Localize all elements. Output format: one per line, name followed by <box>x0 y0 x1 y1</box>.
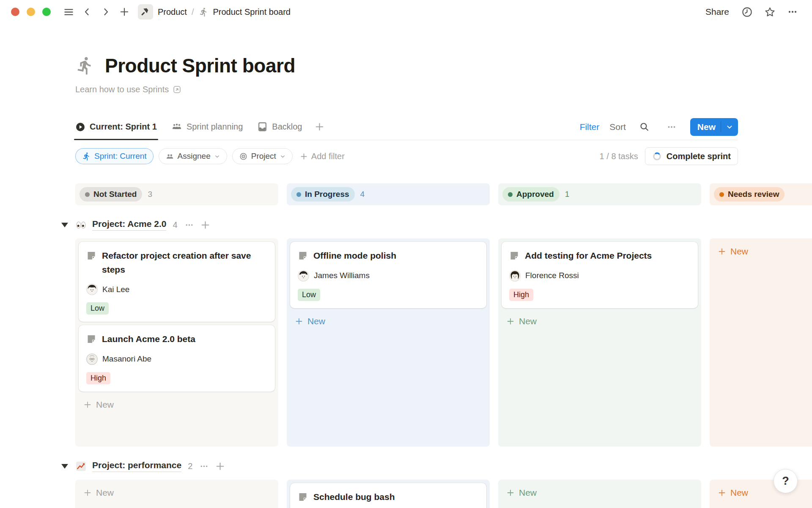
breadcrumb-current[interactable]: Product Sprint board <box>213 7 291 17</box>
breadcrumb-separator: / <box>192 7 194 17</box>
hammer-icon[interactable] <box>138 4 153 19</box>
task-card[interactable]: Refactor project creation after save ste… <box>79 242 275 322</box>
external-link-icon <box>173 85 181 94</box>
topbar: Product / Product Sprint board Share <box>0 0 812 24</box>
clock-icon <box>741 6 753 18</box>
group-title[interactable]: Project: performance <box>92 460 181 472</box>
new-card-button[interactable]: New <box>502 312 698 331</box>
more-options-button[interactable] <box>784 3 801 20</box>
plus-icon <box>506 488 515 497</box>
page-icon-runner[interactable] <box>75 56 95 75</box>
app-window: Product / Product Sprint board Share Pro… <box>0 0 812 508</box>
page-icon <box>298 492 308 504</box>
learn-sprints-link[interactable]: Learn how to use Sprints <box>75 85 181 94</box>
plus-icon <box>299 152 308 161</box>
people-icon <box>171 121 182 133</box>
new-task-button[interactable]: New <box>690 118 738 136</box>
new-card-button[interactable]: New <box>713 483 812 502</box>
new-card-button[interactable]: New <box>502 483 698 502</box>
assignee-icon <box>165 152 174 161</box>
group-add-button[interactable] <box>215 461 225 472</box>
collapse-triangle-icon[interactable] <box>61 223 68 227</box>
sprint-filter-label: Sprint: Current <box>94 152 147 161</box>
task-card[interactable]: Schedule bug bash <box>290 483 486 508</box>
new-card-label: New <box>519 316 537 326</box>
plus-icon <box>506 317 515 326</box>
group-title[interactable]: Project: Acme 2.0 <box>92 219 166 231</box>
task-card[interactable]: Launch Acme 2.0 beta Masanori Abe High <box>79 325 275 392</box>
view-more-button[interactable] <box>663 119 680 135</box>
search-icon <box>639 121 650 132</box>
share-button[interactable]: Share <box>702 5 732 19</box>
card-title: Refactor project creation after save ste… <box>102 249 267 276</box>
window-controls <box>11 8 51 16</box>
filter-button[interactable]: Filter <box>580 122 600 132</box>
group-add-button[interactable] <box>200 220 211 230</box>
tab-backlog[interactable]: Backlog <box>257 114 302 140</box>
nav-forward-button[interactable] <box>97 3 114 20</box>
favorite-button[interactable] <box>761 3 778 20</box>
view-controls: Filter Sort New <box>580 118 738 136</box>
group-more-button[interactable] <box>184 220 194 230</box>
add-filter-button[interactable]: Add filter <box>299 152 345 161</box>
card-title: Launch Acme 2.0 beta <box>102 332 195 346</box>
new-card-button[interactable]: New <box>713 242 812 261</box>
window-minimize-button[interactable] <box>27 8 35 16</box>
page-icon <box>86 251 96 276</box>
complete-sprint-button[interactable]: Complete sprint <box>645 147 738 165</box>
updates-button[interactable] <box>738 3 755 20</box>
task-card[interactable]: Offline mode polish James Williams Low <box>290 242 486 308</box>
card-title: Schedule bug bash <box>313 490 395 504</box>
status-pill-in-progress[interactable]: In Progress <box>291 187 355 202</box>
new-card-button[interactable]: New <box>79 395 275 414</box>
collapse-triangle-icon[interactable] <box>61 464 68 469</box>
chevron-down-icon <box>214 153 220 160</box>
column-header-in-progress: In Progress 4 <box>287 183 490 205</box>
avatar <box>86 284 98 295</box>
sidebar-toggle-button[interactable] <box>60 3 77 20</box>
more-icon <box>667 122 677 132</box>
tab-current-sprint[interactable]: Current: Sprint 1 <box>75 114 157 140</box>
new-card-button[interactable]: New <box>290 312 486 331</box>
assignee-name: Masanori Abe <box>102 354 151 364</box>
group-more-button[interactable] <box>199 461 209 471</box>
task-card[interactable]: Add testing for Acme Projects Florence R… <box>502 242 698 308</box>
assignee-filter-pill[interactable]: Assignee <box>159 148 227 164</box>
status-pill-approved[interactable]: Approved <box>502 187 560 202</box>
chevron-down-icon[interactable] <box>721 123 738 131</box>
search-button[interactable] <box>636 119 653 135</box>
nav-back-button[interactable] <box>79 3 96 20</box>
group-header-performance: Project: performance 2 <box>61 456 812 476</box>
status-dot <box>719 192 724 197</box>
status-pill-needs-review[interactable]: Needs review <box>714 187 785 202</box>
new-page-button[interactable] <box>116 3 133 20</box>
assignee-filter-label: Assignee <box>178 152 211 161</box>
column-approved: New <box>498 480 701 508</box>
plus-icon <box>717 488 727 497</box>
priority-badge: High <box>509 289 533 301</box>
tab-sprint-planning[interactable]: Sprint planning <box>171 114 243 140</box>
assignee-row: Kai Lee <box>86 284 267 295</box>
play-circle-icon <box>75 122 85 132</box>
project-filter-pill[interactable]: Project <box>232 148 293 164</box>
sort-button[interactable]: Sort <box>609 122 626 132</box>
assignee-row: Masanori Abe <box>86 353 267 365</box>
window-close-button[interactable] <box>11 8 19 16</box>
sprint-filter-pill[interactable]: Sprint: Current <box>75 148 154 164</box>
status-pill-not-started[interactable]: Not Started <box>80 187 142 202</box>
column-count: 1 <box>565 190 570 199</box>
assignee-name: Kai Lee <box>102 285 129 294</box>
new-card-label: New <box>730 246 748 257</box>
help-button[interactable]: ? <box>774 469 798 493</box>
breadcrumb-root[interactable]: Product <box>158 7 187 17</box>
kanban-board: Not Started 3 In Progress 4 Approved 1 N… <box>75 183 812 508</box>
tab-label: Sprint planning <box>187 122 243 132</box>
new-task-label: New <box>690 122 721 132</box>
new-card-button[interactable]: New <box>79 483 275 502</box>
window-zoom-button[interactable] <box>42 8 51 16</box>
assignee-name: James Williams <box>314 271 370 280</box>
column-in-progress: Schedule bug bash <box>287 480 490 508</box>
assignee-row: James Williams <box>298 270 479 282</box>
add-view-button[interactable] <box>314 121 325 132</box>
plus-icon <box>119 6 130 17</box>
